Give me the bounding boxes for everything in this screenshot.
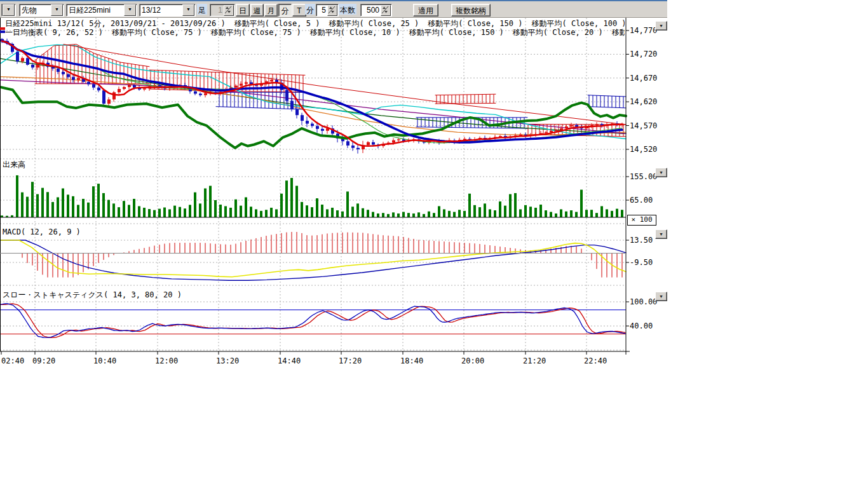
legend-item: 移動平均( Close, 10 ): [310, 28, 400, 37]
axis-tick-label: 14,570: [630, 121, 657, 130]
axis-tick-label: 65.00: [630, 196, 653, 205]
time-axis-label: 17:20: [339, 356, 362, 365]
time-axis-label: 20:00: [461, 356, 484, 365]
price-pane-legend-row2: 一目均衡表( 9, 26, 52 )移動平均( Close, 75 )移動平均(…: [5, 27, 625, 38]
legend-item: 移動平均( Close, 25 ): [329, 19, 419, 28]
axis-tick-label: -9.50: [630, 258, 653, 267]
price-pane-scale-dropdown[interactable]: ▼: [655, 21, 667, 30]
volume-pane-label: 出来高: [3, 159, 25, 170]
app-window: ▼ 先物 ▼ 日経225mini ▼ 13/12 ▼ 足 1 日 週 月 分 T…: [0, 0, 868, 488]
volume-multiplier-badge: × 100: [627, 215, 656, 226]
legend-item: 移動平均( Close, 75 ): [211, 28, 301, 37]
legend-item: 移動平均( Close: [612, 28, 625, 37]
legend-item: 一目均衡表( 9, 26, 52 ): [5, 28, 103, 37]
volume-pane-scale-dropdown[interactable]: ▼: [655, 168, 667, 177]
axis-tick-label: 14,520: [630, 145, 657, 154]
time-axis-label: 18:40: [400, 356, 423, 365]
axis-tick-label: 100.00: [630, 297, 657, 306]
macd-pane-scale-dropdown[interactable]: ▼: [655, 229, 667, 239]
time-axis-label: 02:40: [1, 356, 24, 365]
time-axis-label: 09:20: [32, 356, 55, 365]
axis-tick-label: 14,770: [630, 26, 657, 35]
time-axis-label: 10:40: [93, 356, 116, 365]
time-axis-label: 14:40: [278, 356, 301, 365]
legend-item: 移動平均( Close, 150 ): [428, 19, 522, 28]
axis-tick-label: 14,620: [630, 97, 657, 106]
chart-canvas: 14,77014,72014,67014,62014,57014,520155.…: [0, 0, 671, 375]
legend-item: 移動平均( Close, 75 ): [112, 28, 202, 37]
legend-item: 移動平均( Close, 5 ): [234, 19, 320, 28]
legend-item: 移動平均( Close, 20 ): [513, 28, 603, 37]
macd-pane-label: MACD( 12, 26, 9 ): [3, 227, 81, 236]
axis-tick-label: 13.50: [630, 236, 653, 245]
axis-tick-label: 14,720: [630, 50, 657, 58]
legend-item: 移動平均( Close, 100 ): [531, 19, 625, 28]
time-axis-label: 21:20: [523, 356, 546, 365]
time-axis-label: 12:00: [155, 356, 178, 365]
axis-tick-label: 40.00: [630, 322, 653, 330]
time-axis-label: 13:20: [216, 356, 239, 365]
stoch-pane-scale-dropdown[interactable]: ▼: [655, 292, 667, 301]
legend-item: 日経225mini 13/12( 5分, 2013/09/21 - 2013/0…: [5, 19, 226, 28]
axis-tick-label: 155.00: [630, 172, 657, 181]
stoch-pane-label: スロー・ストキャスティクス( 14, 3, 80, 20 ): [3, 290, 182, 301]
axis-tick-label: 14,670: [630, 74, 657, 83]
legend-item: 移動平均( Close, 150 ): [409, 28, 504, 37]
time-axis-label: 22:40: [584, 356, 607, 365]
